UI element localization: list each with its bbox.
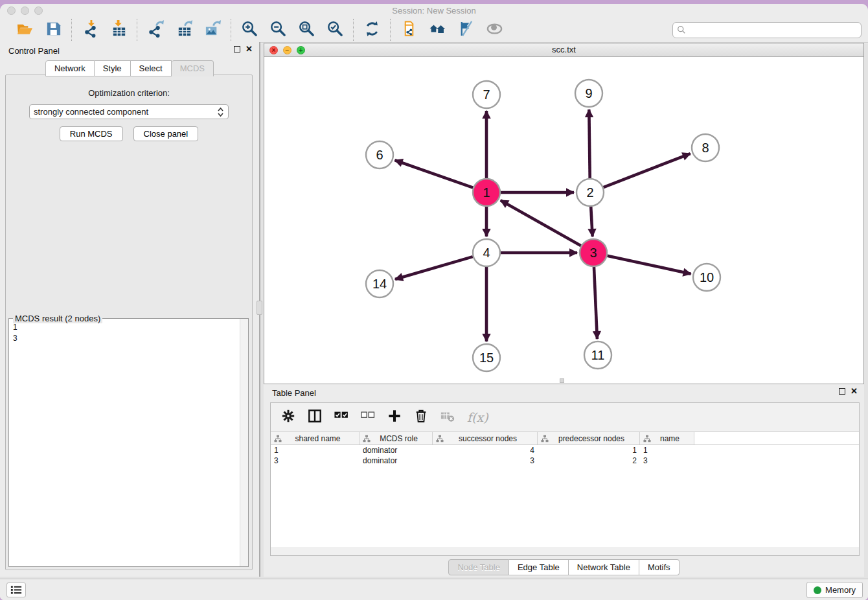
search-input[interactable] — [689, 25, 857, 35]
open-session-icon — [16, 20, 34, 40]
tab-network-table[interactable]: Network Table — [569, 559, 639, 575]
graph-node-6[interactable]: 6 — [366, 141, 393, 168]
network-close-icon[interactable]: × — [269, 46, 278, 54]
network-minimize-icon[interactable]: − — [283, 46, 291, 54]
tab-node-table[interactable]: Node Table — [448, 559, 509, 575]
table-horizontal-scrollbar[interactable] — [271, 548, 859, 555]
open-session-button[interactable] — [16, 21, 34, 39]
graph-node-15[interactable]: 15 — [473, 344, 500, 371]
table-cell[interactable]: 2 — [538, 456, 640, 466]
delete-column-button[interactable] — [414, 409, 428, 426]
zoom-selected-icon — [326, 20, 344, 40]
table-cell[interactable]: dominator — [360, 456, 433, 466]
save-session-button[interactable] — [44, 21, 62, 39]
close-panel-icon[interactable]: ✕ — [246, 46, 253, 52]
hide-labels-button[interactable] — [457, 21, 475, 39]
tab-style[interactable]: Style — [95, 60, 131, 76]
node-label-1: 1 — [483, 185, 490, 200]
close-panel-button[interactable]: Close panel — [133, 126, 199, 141]
optimization-select[interactable]: strongly connected component — [29, 104, 229, 119]
node-label-7: 7 — [483, 87, 490, 102]
edge-2-8[interactable] — [604, 154, 691, 187]
import-table-button[interactable] — [109, 21, 128, 39]
edge-3-1[interactable] — [501, 200, 581, 246]
select-all-button[interactable] — [334, 409, 348, 426]
table-cell[interactable]: 1 — [640, 445, 694, 456]
minimize-window-button[interactable] — [21, 6, 29, 15]
zoom-in-button[interactable] — [240, 21, 258, 39]
column-header-predecessor-nodes[interactable]: predecessor nodes — [538, 432, 640, 444]
table-cell[interactable]: 1 — [538, 445, 640, 456]
close-table-panel-icon[interactable]: ✕ — [851, 388, 858, 395]
canvas-resize-handle[interactable] — [560, 378, 564, 383]
close-window-button[interactable] — [7, 6, 16, 15]
table-panel-title: Table Panel — [272, 388, 316, 398]
float-panel-icon[interactable] — [234, 46, 240, 52]
column-header-successor-nodes[interactable]: successor nodes — [433, 432, 538, 444]
export-network-button[interactable] — [146, 21, 165, 39]
table-row[interactable]: 1dominator411 — [271, 445, 859, 456]
edge-4-14[interactable] — [395, 257, 473, 279]
graph-node-3[interactable]: 3 — [580, 239, 607, 266]
task-history-button[interactable] — [6, 583, 26, 597]
search-box[interactable] — [672, 22, 862, 38]
memory-button[interactable]: Memory — [806, 582, 863, 598]
edge-2-3[interactable] — [591, 207, 592, 237]
toolbar-group — [6, 21, 71, 39]
tab-network[interactable]: Network — [45, 60, 95, 76]
table-cell[interactable]: 3 — [271, 456, 360, 466]
zoom-window-button[interactable] — [34, 6, 43, 15]
zoom-fit-button[interactable] — [297, 21, 315, 39]
graph-node-1[interactable]: 1 — [473, 179, 500, 206]
refresh-button[interactable] — [363, 21, 381, 39]
deselect-all-button[interactable] — [361, 409, 375, 426]
graph-node-7[interactable]: 7 — [473, 81, 500, 108]
table-cell[interactable]: 3 — [433, 456, 538, 466]
edge-3-10[interactable] — [607, 256, 691, 274]
zoom-selected-button[interactable] — [326, 21, 344, 39]
zoom-out-button[interactable] — [269, 21, 287, 39]
column-header-MCDS-role[interactable]: MCDS role — [360, 432, 433, 444]
panel-divider-handle[interactable] — [257, 301, 262, 315]
run-mcds-button[interactable]: Run MCDS — [60, 126, 123, 141]
add-column-icon — [387, 409, 402, 426]
graph-node-10[interactable]: 10 — [693, 264, 720, 291]
mcds-result-text[interactable]: 1 3 — [9, 320, 240, 566]
graph-node-8[interactable]: 8 — [692, 134, 719, 161]
table-cell[interactable]: 4 — [433, 445, 538, 456]
table-panel-header: Table Panel ✕ — [264, 384, 864, 401]
tab-mcds[interactable]: MCDS — [172, 60, 214, 76]
column-header-shared-name[interactable]: shared name — [271, 432, 360, 444]
graph-node-9[interactable]: 9 — [575, 80, 602, 107]
tab-edge-table[interactable]: Edge Table — [509, 559, 569, 575]
graph-node-11[interactable]: 11 — [584, 341, 611, 369]
graph-node-14[interactable]: 14 — [366, 270, 393, 297]
table-cell[interactable]: dominator — [360, 445, 433, 456]
column-header-name[interactable]: name — [640, 432, 694, 444]
result-scrollbar[interactable] — [240, 319, 248, 566]
table-cell[interactable]: 1 — [271, 445, 360, 456]
first-neighbors-icon — [429, 20, 446, 40]
tab-select[interactable]: Select — [131, 60, 172, 76]
edge-2-9[interactable] — [589, 110, 589, 178]
network-zoom-icon[interactable]: + — [297, 46, 305, 54]
settings-button[interactable] — [281, 409, 295, 426]
export-image-button[interactable] — [203, 21, 222, 39]
tab-motifs[interactable]: Motifs — [639, 559, 680, 575]
float-table-panel-icon[interactable] — [839, 388, 845, 395]
duplicate-network-button[interactable] — [400, 21, 418, 39]
split-panel-button[interactable] — [308, 409, 322, 426]
edge-1-6[interactable] — [395, 160, 474, 187]
first-neighbors-button[interactable] — [428, 21, 446, 39]
network-canvas[interactable]: 1234678910111415 — [264, 57, 863, 384]
import-network-button[interactable] — [81, 21, 99, 39]
edge-3-11[interactable] — [594, 267, 597, 339]
graph-node-4[interactable]: 4 — [473, 239, 500, 266]
zoom-out-icon — [269, 20, 287, 40]
graph-node-2[interactable]: 2 — [577, 179, 604, 206]
table-row[interactable]: 3dominator323 — [271, 456, 859, 466]
table-cell[interactable]: 3 — [640, 456, 694, 466]
add-column-button[interactable] — [387, 409, 402, 426]
export-table-button[interactable] — [175, 21, 193, 39]
refresh-icon — [363, 20, 381, 40]
